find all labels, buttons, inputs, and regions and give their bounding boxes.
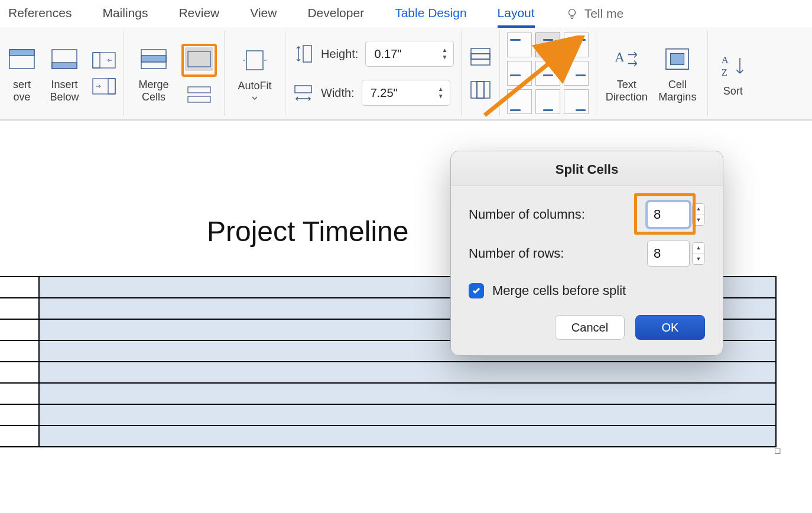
align-bottom-left[interactable]	[507, 89, 532, 114]
insert-above-label: sert ove	[13, 79, 31, 103]
align-top-right[interactable]	[564, 33, 589, 57]
lightbulb-icon	[566, 7, 579, 20]
svg-rect-45	[471, 48, 490, 65]
height-value: 0.17"	[374, 47, 401, 61]
align-middle-center[interactable]	[535, 61, 560, 86]
align-bottom-center[interactable]	[535, 89, 560, 114]
cell-margins-icon	[664, 47, 691, 72]
chevron-down-icon[interactable]	[251, 94, 259, 102]
ribbon-layout: sert ove Insert Below	[0, 27, 812, 121]
merge-cells-icon	[141, 49, 167, 69]
cell-margins-label: Cell Margins	[658, 79, 696, 103]
svg-rect-40	[246, 51, 263, 70]
svg-rect-44	[295, 86, 311, 93]
svg-rect-52	[477, 82, 484, 98]
num-columns-label: Number of columns:	[469, 207, 585, 222]
svg-text:A: A	[615, 50, 625, 64]
row-height-icon	[293, 43, 314, 64]
merge-cells-label: Merge Cells	[138, 79, 168, 103]
merge-before-label: Merge cells before split	[492, 283, 626, 298]
width-input[interactable]: 7.25" ▲▼	[362, 80, 450, 106]
svg-rect-34	[188, 87, 210, 93]
num-columns-up-icon[interactable]: ▲	[693, 204, 704, 215]
tab-developer[interactable]: Developer	[307, 1, 364, 26]
num-rows-input[interactable]	[647, 241, 690, 267]
autofit-label: AutoFit	[238, 80, 271, 92]
alignment-grid	[507, 33, 589, 114]
width-value: 7.25"	[371, 86, 398, 100]
height-input[interactable]: 0.17" ▲▼	[365, 41, 454, 67]
svg-rect-48	[471, 54, 490, 59]
dialog-title: Split Cells	[451, 151, 723, 186]
cell-margins-button[interactable]: Cell Margins	[654, 43, 700, 103]
align-middle-left[interactable]	[507, 61, 532, 86]
svg-text:Z: Z	[722, 66, 727, 77]
svg-rect-29	[188, 51, 210, 67]
svg-rect-14	[93, 53, 100, 68]
table-resize-handle[interactable]: ◻	[774, 446, 781, 454]
sort-button[interactable]: A Z Sort	[715, 50, 751, 98]
ok-button[interactable]: OK	[635, 315, 705, 340]
num-rows-up-icon[interactable]: ▲	[693, 243, 704, 254]
svg-rect-55	[671, 54, 684, 65]
align-top-left[interactable]	[507, 33, 532, 57]
num-columns-down-icon[interactable]: ▼	[693, 215, 704, 225]
sort-label: Sort	[723, 85, 743, 98]
text-direction-button[interactable]: A Text Direction	[603, 43, 649, 103]
sort-icon: A Z	[719, 53, 746, 78]
svg-rect-18	[108, 79, 115, 94]
tab-table-design[interactable]: Table Design	[395, 1, 466, 26]
cancel-button[interactable]: Cancel	[555, 315, 625, 340]
insert-below-icon	[51, 49, 77, 69]
checkmark-icon	[472, 286, 481, 296]
ribbon-tabs: References Mailings Review View Develope…	[0, 0, 812, 27]
svg-text:A: A	[722, 54, 729, 66]
num-columns-input[interactable]	[647, 202, 690, 228]
svg-point-0	[569, 9, 575, 16]
height-up-icon[interactable]: ▲	[440, 47, 449, 54]
insert-above-button[interactable]: sert ove	[7, 43, 37, 103]
text-direction-icon: A	[612, 46, 641, 72]
num-rows-down-icon[interactable]: ▼	[693, 254, 704, 264]
split-cells-icon	[185, 47, 213, 71]
height-label: Height:	[321, 47, 358, 61]
tab-view[interactable]: View	[250, 1, 277, 26]
svg-rect-28	[141, 56, 166, 62]
svg-rect-2	[9, 50, 34, 56]
align-middle-right[interactable]	[564, 61, 589, 86]
insert-left-icon[interactable]	[92, 52, 116, 69]
align-top-center[interactable]	[535, 33, 560, 57]
split-table-icon[interactable]	[187, 86, 211, 103]
autofit-icon	[242, 50, 268, 70]
insert-below-label: Insert Below	[50, 79, 79, 103]
autofit-button[interactable]: AutoFit	[232, 44, 278, 103]
merge-cells-button[interactable]: Merge Cells	[131, 43, 177, 103]
split-cells-button-highlighted[interactable]	[181, 44, 217, 77]
distribute-rows-icon[interactable]	[469, 46, 492, 67]
insert-right-icon[interactable]	[92, 78, 116, 95]
distribute-columns-icon[interactable]	[469, 79, 492, 100]
num-columns-stepper[interactable]: ▲ ▼	[692, 203, 705, 226]
merge-before-checkbox[interactable]	[469, 283, 484, 298]
insert-below-button[interactable]: Insert Below	[41, 43, 87, 103]
num-rows-stepper[interactable]: ▲ ▼	[692, 242, 705, 265]
align-bottom-right[interactable]	[564, 89, 589, 114]
width-down-icon[interactable]: ▼	[437, 93, 445, 100]
svg-rect-8	[52, 63, 77, 69]
svg-rect-35	[188, 96, 210, 102]
tab-review[interactable]: Review	[178, 1, 219, 26]
text-direction-label: Text Direction	[606, 79, 648, 103]
tab-layout[interactable]: Layout	[498, 1, 535, 26]
split-cells-dialog: Split Cells Number of columns: ▲ ▼ Numbe…	[450, 151, 723, 356]
num-rows-label: Number of rows:	[469, 246, 564, 261]
width-up-icon[interactable]: ▲	[437, 86, 445, 93]
tab-references[interactable]: References	[8, 1, 72, 26]
height-down-icon[interactable]: ▼	[440, 54, 449, 61]
tell-me-search[interactable]: Tell me	[566, 7, 624, 21]
insert-above-icon	[9, 49, 35, 69]
col-width-icon	[293, 82, 314, 103]
svg-rect-43	[303, 46, 311, 62]
tell-me-label: Tell me	[584, 7, 624, 21]
width-label: Width:	[321, 86, 355, 100]
tab-mailings[interactable]: Mailings	[102, 1, 148, 26]
